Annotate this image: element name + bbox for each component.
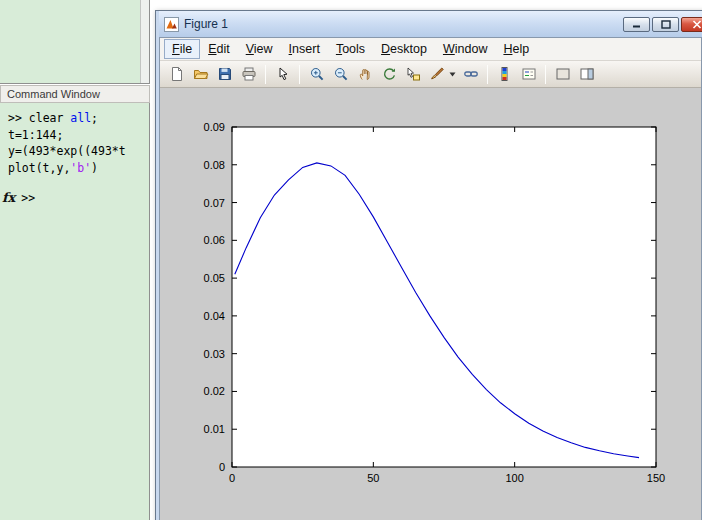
command-prompt[interactable]: >> (21, 191, 35, 205)
svg-text:0.04: 0.04 (204, 310, 225, 322)
show-plot-tools-icon (579, 66, 595, 82)
menu-bar: File Edit View Insert Tools Desktop Wind… (160, 38, 701, 61)
svg-text:0: 0 (229, 472, 235, 484)
svg-text:0.03: 0.03 (204, 348, 225, 360)
save-figure-icon (217, 66, 233, 82)
brush-dropdown-arrow[interactable] (449, 63, 458, 85)
brush-icon (429, 66, 445, 82)
toolbar-separator (545, 65, 546, 84)
window-controls (623, 17, 702, 32)
svg-text:0.01: 0.01 (204, 423, 225, 435)
code-text: ; (91, 111, 98, 125)
toolbar-separator (265, 65, 266, 84)
data-cursor-icon (405, 66, 421, 82)
maximize-button[interactable] (652, 17, 679, 32)
toolbar-separator (299, 65, 300, 84)
command-window-header[interactable]: Command Window (0, 85, 150, 103)
figure-canvas[interactable]: 05010015000.010.020.030.040.050.060.070.… (160, 88, 701, 520)
brush-button[interactable] (425, 63, 448, 85)
menu-help[interactable]: Help (495, 39, 537, 59)
insert-legend-icon (521, 66, 537, 82)
plot-area: 05010015000.010.020.030.040.050.060.070.… (160, 88, 701, 520)
figure-plot: 05010015000.010.020.030.040.050.060.070.… (160, 88, 701, 518)
menu-desktop[interactable]: Desktop (373, 39, 435, 59)
svg-text:50: 50 (367, 472, 379, 484)
data-cursor-button[interactable] (401, 63, 424, 85)
figure-window: Figure 1 File Edit View Insert Tools Des… (155, 10, 702, 520)
rotate-3d-icon (381, 66, 397, 82)
svg-text:0.07: 0.07 (204, 197, 225, 209)
show-plot-tools-button[interactable] (575, 63, 598, 85)
zoom-out-button[interactable] (329, 63, 352, 85)
close-button[interactable] (681, 17, 702, 32)
command-prompt: >> (8, 111, 29, 125)
open-file-button[interactable] (189, 63, 212, 85)
command-line: t=1:144; (8, 127, 149, 144)
print-figure-button[interactable] (237, 63, 260, 85)
code-text: ) (91, 161, 98, 175)
link-plot-button[interactable] (459, 63, 482, 85)
fx-icon: fx (2, 190, 15, 205)
command-line: y=(493*exp((493*t (8, 143, 149, 160)
command-line: plot(t,y,'b') (8, 160, 149, 177)
command-window[interactable]: >> clear all; t=1:144; y=(493*exp((493*t… (0, 103, 150, 520)
hide-plot-tools-icon (555, 66, 571, 82)
svg-text:0.05: 0.05 (204, 272, 225, 284)
figure-title-bar[interactable]: Figure 1 (159, 11, 702, 37)
code-text: plot(t,y, (8, 161, 70, 175)
new-figure-icon (169, 66, 185, 82)
code-keyword: all (70, 111, 91, 125)
print-figure-icon (241, 66, 257, 82)
menu-tools[interactable]: Tools (328, 39, 373, 59)
zoom-out-icon (333, 66, 349, 82)
figure-window-title: Figure 1 (184, 17, 623, 31)
svg-text:0.06: 0.06 (204, 234, 225, 246)
save-figure-button[interactable] (213, 63, 236, 85)
menu-insert[interactable]: Insert (281, 39, 328, 59)
upper-panel (0, 0, 150, 84)
menu-view[interactable]: View (238, 39, 281, 59)
figure-toolbar (160, 61, 701, 88)
command-line: >> clear all; (8, 110, 149, 127)
new-figure-button[interactable] (165, 63, 188, 85)
code-text: y=(493*exp((493*t (8, 144, 126, 158)
matlab-figure-icon (164, 17, 179, 32)
menu-file[interactable]: File (164, 39, 200, 59)
menu-window[interactable]: Window (435, 39, 495, 59)
svg-text:100: 100 (505, 472, 523, 484)
hide-plot-tools-button[interactable] (551, 63, 574, 85)
svg-text:0: 0 (219, 461, 225, 473)
zoom-in-icon (309, 66, 325, 82)
edit-plot-icon (275, 66, 291, 82)
pan-icon (357, 66, 373, 82)
svg-text:0.08: 0.08 (204, 159, 225, 171)
pan-button[interactable] (353, 63, 376, 85)
minimize-button[interactable] (623, 17, 650, 32)
insert-colorbar-icon (497, 66, 513, 82)
zoom-in-button[interactable] (305, 63, 328, 85)
upper-panel-scrollbar[interactable] (140, 0, 149, 83)
toolbar-separator (487, 65, 488, 84)
svg-text:150: 150 (647, 472, 665, 484)
insert-legend-button[interactable] (517, 63, 540, 85)
menu-edit[interactable]: Edit (200, 39, 238, 59)
rotate-3d-button[interactable] (377, 63, 400, 85)
code-text: clear (29, 111, 71, 125)
svg-text:0.02: 0.02 (204, 385, 225, 397)
insert-colorbar-button[interactable] (493, 63, 516, 85)
command-window-title: Command Window (7, 88, 100, 100)
edit-plot-button[interactable] (271, 63, 294, 85)
open-file-icon (193, 66, 209, 82)
figure-window-content: File Edit View Insert Tools Desktop Wind… (159, 37, 702, 520)
code-string: 'b' (70, 161, 91, 175)
code-text: t=1:144; (8, 128, 63, 142)
svg-text:0.09: 0.09 (204, 121, 225, 133)
link-plot-icon (463, 66, 479, 82)
prompt-row: fx >> (2, 190, 149, 205)
